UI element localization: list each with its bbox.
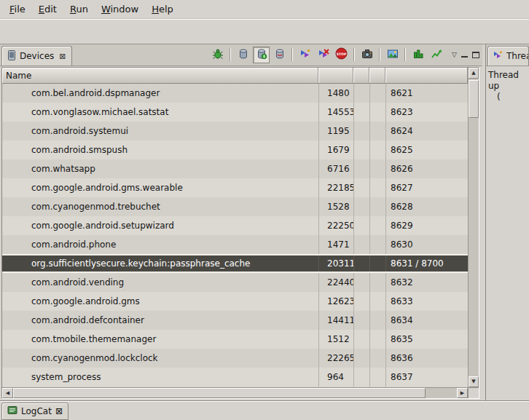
process-pid: 22250 bbox=[318, 216, 353, 235]
tab-threads[interactable]: Threa bbox=[487, 46, 529, 66]
debug-process-button[interactable] bbox=[209, 47, 226, 63]
menu-window[interactable]: Window bbox=[95, 1, 145, 17]
table-row[interactable]: com.vonglasow.michael.satstat 14553 8623 bbox=[2, 103, 468, 122]
empty-cell bbox=[369, 84, 385, 103]
empty-cell bbox=[369, 368, 385, 387]
menu-file[interactable]: File bbox=[3, 1, 32, 17]
table-row[interactable]: com.cyanogenmod.lockclock 22265 8636 bbox=[2, 349, 468, 368]
process-pid: 1195 bbox=[318, 122, 353, 140]
empty-cell bbox=[353, 273, 369, 292]
column-header-name[interactable]: Name bbox=[2, 68, 318, 83]
process-port: 8624 bbox=[385, 122, 468, 140]
tab-devices[interactable]: Devices ⊠ bbox=[1, 46, 72, 66]
vertical-scroll-track[interactable] bbox=[469, 79, 479, 376]
column-header-col4[interactable] bbox=[369, 68, 385, 83]
table-row[interactable]: com.android.vending 22440 8632 bbox=[2, 273, 468, 292]
threads-stop-icon bbox=[318, 48, 329, 62]
table-row[interactable]: com.whatsapp 6716 8626 bbox=[2, 159, 468, 178]
threads-message: Thread up ( bbox=[486, 66, 529, 106]
process-name: system_process bbox=[2, 368, 318, 387]
minimize-icon[interactable] bbox=[461, 52, 468, 58]
menu-bar: File Edit Run Window Help bbox=[0, 0, 529, 19]
view-corner-buttons: ▽ bbox=[452, 51, 479, 58]
process-name: com.android.systemui bbox=[2, 122, 318, 140]
toolbar-separator bbox=[353, 48, 355, 61]
empty-cell bbox=[353, 330, 369, 349]
threads-tab-icon bbox=[493, 50, 503, 62]
scroll-down-icon[interactable]: ▼ bbox=[469, 376, 479, 387]
column-header-pid[interactable] bbox=[318, 68, 353, 83]
empty-cell bbox=[369, 159, 385, 178]
view-menu-icon[interactable]: ▽ bbox=[452, 51, 457, 58]
threads-message-line2: ( bbox=[488, 92, 527, 103]
line-chart-icon bbox=[431, 48, 442, 62]
update-threads-button[interactable] bbox=[297, 47, 313, 63]
process-pid: 1512 bbox=[318, 330, 353, 349]
stop-profiling-button[interactable] bbox=[315, 47, 332, 63]
empty-cell bbox=[353, 311, 369, 330]
table-row[interactable]: com.bel.android.dspmanager 1480 8621 bbox=[2, 84, 468, 103]
bottom-bar: LogCat ⊠ bbox=[0, 400, 529, 420]
empty-cell bbox=[369, 311, 385, 330]
cause-gc-button[interactable] bbox=[271, 47, 288, 63]
table-row[interactable]: com.android.smspush 1679 8625 bbox=[2, 140, 468, 159]
process-name: com.tmobile.thememanager bbox=[2, 330, 318, 349]
menu-run[interactable]: Run bbox=[63, 1, 95, 17]
empty-cell bbox=[369, 235, 385, 254]
threads-tabstrip: Threa bbox=[486, 44, 529, 66]
maximize-icon[interactable] bbox=[472, 52, 479, 58]
table-row[interactable]: system_process 964 8637 bbox=[2, 368, 468, 387]
empty-cell bbox=[369, 103, 385, 122]
columns-icon bbox=[412, 48, 424, 62]
close-icon[interactable]: ⊠ bbox=[55, 406, 63, 416]
process-pid: 22440 bbox=[318, 273, 353, 292]
process-port: 8637 bbox=[385, 368, 468, 387]
process-pid: 22265 bbox=[318, 349, 353, 368]
screen-capture-button[interactable] bbox=[358, 47, 375, 63]
scroll-left-icon[interactable]: ◀ bbox=[2, 388, 13, 398]
vertical-scroll-thumb[interactable] bbox=[469, 80, 479, 118]
horizontal-scroll-track[interactable] bbox=[13, 388, 457, 398]
empty-cell bbox=[369, 178, 385, 197]
stop-process-button[interactable]: STOP bbox=[333, 47, 350, 63]
dump-hprof-button[interactable] bbox=[253, 47, 270, 63]
camera-icon bbox=[361, 48, 373, 62]
table-row[interactable]: com.cyanogenmod.trebuchet 1528 8628 bbox=[2, 197, 468, 216]
table-row[interactable]: com.google.android.setupwizard 22250 862… bbox=[2, 216, 468, 235]
scroll-up-icon[interactable]: ▲ bbox=[469, 68, 479, 79]
svg-text:STOP: STOP bbox=[337, 52, 347, 56]
devices-tab-label: Devices bbox=[20, 51, 54, 61]
empty-cell bbox=[353, 216, 369, 235]
scroll-right-icon[interactable]: ▶ bbox=[457, 388, 468, 398]
empty-cell bbox=[369, 330, 385, 349]
table-row[interactable]: com.tmobile.thememanager 1512 8635 bbox=[2, 330, 468, 349]
table-row[interactable]: com.google.android.gms 12623 8633 bbox=[2, 292, 468, 311]
vertical-scrollbar[interactable]: ▲ ▼ bbox=[468, 68, 479, 387]
threads-message-line1: Thread up bbox=[488, 70, 527, 92]
empty-cell bbox=[369, 292, 385, 311]
column-header-port[interactable] bbox=[385, 68, 468, 83]
horizontal-scrollbar[interactable]: ◀ ▶ bbox=[2, 387, 468, 398]
table-row[interactable]: com.google.android.gms.wearable 22185 86… bbox=[2, 178, 468, 197]
process-port: 8625 bbox=[385, 140, 468, 159]
process-table: Name com.bel.android.dspmanager 1480 862… bbox=[1, 67, 479, 399]
update-heap-button[interactable] bbox=[235, 47, 251, 63]
horizontal-scroll-thumb[interactable] bbox=[13, 388, 426, 398]
tab-logcat[interactable]: LogCat ⊠ bbox=[1, 403, 68, 420]
menu-edit[interactable]: Edit bbox=[32, 1, 63, 17]
table-row[interactable]: org.sufficientlysecure.keychain:passphra… bbox=[2, 254, 468, 273]
process-pid: 22185 bbox=[318, 178, 353, 197]
empty-cell bbox=[353, 140, 369, 159]
hierarchy-view-button[interactable] bbox=[410, 47, 426, 63]
devices-toolbar: STOP bbox=[209, 44, 482, 66]
table-row[interactable]: com.android.defcontainer 14411 8634 bbox=[2, 311, 468, 330]
empty-cell bbox=[353, 122, 369, 140]
process-name: com.android.vending bbox=[2, 273, 318, 292]
table-row[interactable]: com.android.systemui 1195 8624 bbox=[2, 122, 468, 140]
systrace-button[interactable] bbox=[428, 47, 444, 63]
close-icon[interactable]: ⊠ bbox=[59, 52, 66, 61]
menu-help[interactable]: Help bbox=[145, 1, 180, 17]
capture-view-button[interactable] bbox=[384, 47, 401, 63]
column-header-col3[interactable] bbox=[353, 68, 369, 83]
table-row[interactable]: com.android.phone 1471 8630 bbox=[2, 235, 468, 254]
